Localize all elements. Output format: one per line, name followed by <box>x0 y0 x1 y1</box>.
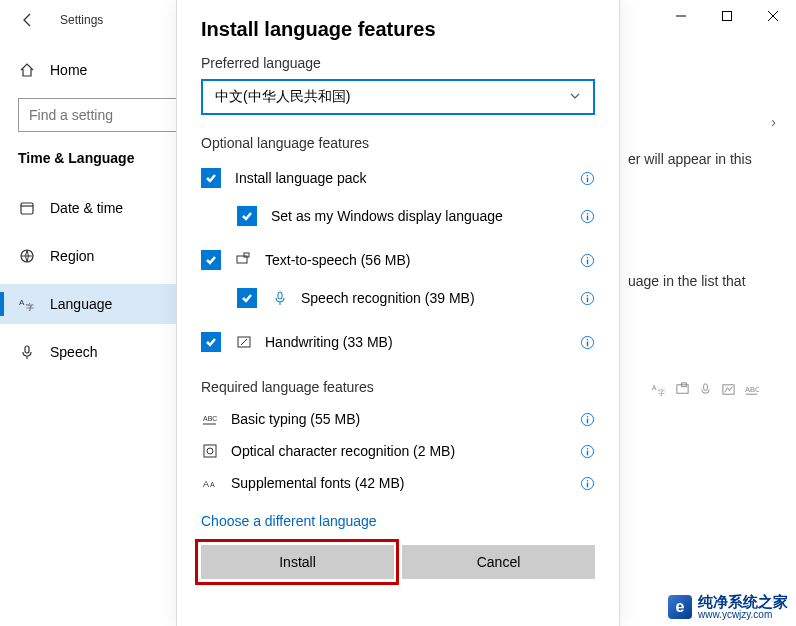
nav-label: Home <box>50 62 87 78</box>
watermark: e 纯净系统之家 www.ycwjzy.com <box>668 594 788 620</box>
backdrop-text: uage in the list that <box>628 272 788 292</box>
maximize-button[interactable] <box>704 0 750 32</box>
checkbox-handwriting[interactable] <box>201 332 221 352</box>
svg-text:ABC: ABC <box>203 415 217 422</box>
svg-rect-12 <box>704 384 708 391</box>
dropdown-value: 中文(中华人民共和国) <box>215 88 350 106</box>
checkbox-speech-recognition[interactable] <box>237 288 257 308</box>
back-button[interactable] <box>16 8 40 32</box>
chevron-down-icon <box>569 89 581 105</box>
svg-rect-26 <box>278 292 282 299</box>
svg-rect-39 <box>204 445 216 457</box>
dialog-title: Install language features <box>201 18 595 41</box>
feature-label: Text-to-speech (56 MB) <box>265 252 411 268</box>
svg-point-24 <box>586 256 588 258</box>
backdrop-text: er will appear in this <box>628 150 788 170</box>
info-icon[interactable] <box>579 290 595 306</box>
cancel-button[interactable]: Cancel <box>402 545 595 579</box>
feature-label: Speech recognition (39 MB) <box>301 290 475 306</box>
required-row-basic-typing: ABC Basic typing (55 MB) <box>201 403 595 435</box>
info-icon[interactable] <box>579 475 595 491</box>
feature-row-handwriting: Handwriting (33 MB) <box>201 323 595 361</box>
watermark-url: www.ycwjzy.com <box>698 609 788 620</box>
feature-label: Install language pack <box>235 170 367 186</box>
required-features-header: Required language features <box>201 379 595 395</box>
language-icon: A字 <box>18 295 36 313</box>
svg-point-40 <box>207 448 213 454</box>
ocr-icon <box>201 442 219 460</box>
checkbox-tts[interactable] <box>201 250 221 270</box>
nav-label: Region <box>50 248 94 264</box>
svg-point-37 <box>586 415 588 417</box>
tts-icon <box>235 251 253 269</box>
svg-text:字: 字 <box>658 389 665 396</box>
svg-rect-1 <box>723 12 732 21</box>
info-icon[interactable] <box>579 208 595 224</box>
clock-icon <box>18 199 36 217</box>
close-button[interactable] <box>750 0 796 32</box>
info-icon[interactable] <box>579 443 595 459</box>
feature-row-language-pack: Install language pack <box>201 159 595 197</box>
required-row-ocr: Optical character recognition (2 MB) <box>201 435 595 467</box>
fonts-icon: AA <box>201 474 219 492</box>
handwriting-icon <box>235 333 253 351</box>
feature-row-speech-recognition: Speech recognition (39 MB) <box>201 279 595 317</box>
backdrop-expand-icon: › <box>771 114 776 130</box>
svg-point-19 <box>586 212 588 214</box>
preferred-language-dropdown[interactable]: 中文(中华人民共和国) <box>201 79 595 115</box>
svg-point-47 <box>586 479 588 481</box>
install-language-dialog: Install language features Preferred lang… <box>176 0 620 626</box>
watermark-name: 纯净系统之家 <box>698 594 788 609</box>
info-icon[interactable] <box>579 334 595 350</box>
svg-point-42 <box>586 447 588 449</box>
nav-label: Speech <box>50 344 97 360</box>
globe-icon <box>18 247 36 265</box>
feature-label: Handwriting (33 MB) <box>265 334 393 350</box>
info-icon[interactable] <box>579 170 595 186</box>
feature-row-display-language: Set as my Windows display language <box>201 197 595 235</box>
info-icon[interactable] <box>579 252 595 268</box>
optional-features-header: Optional language features <box>201 135 595 151</box>
svg-text:A: A <box>203 479 209 489</box>
minimize-button[interactable] <box>658 0 704 32</box>
svg-text:字: 字 <box>26 303 34 312</box>
svg-rect-2 <box>21 203 33 214</box>
feature-icon-strip: A字 ABC <box>652 382 759 397</box>
checkbox-language-pack[interactable] <box>201 168 221 188</box>
home-icon <box>18 61 36 79</box>
nav-label: Language <box>50 296 112 312</box>
svg-rect-7 <box>25 346 29 353</box>
svg-point-16 <box>586 174 588 176</box>
svg-point-28 <box>586 294 588 296</box>
nav-label: Date & time <box>50 200 123 216</box>
required-label: Basic typing (55 MB) <box>231 411 360 427</box>
feature-label: Set as my Windows display language <box>271 208 503 224</box>
svg-text:ABC: ABC <box>745 385 759 394</box>
window-title: Settings <box>60 13 103 27</box>
svg-text:A: A <box>652 384 657 391</box>
checkbox-display-language[interactable] <box>237 206 257 226</box>
microphone-icon <box>18 343 36 361</box>
watermark-logo-icon: e <box>668 595 692 619</box>
preferred-language-label: Preferred language <box>201 55 595 71</box>
info-icon[interactable] <box>579 411 595 427</box>
choose-different-language-link[interactable]: Choose a different language <box>201 513 595 529</box>
svg-text:A: A <box>19 298 25 307</box>
svg-text:A: A <box>210 481 215 488</box>
microphone-icon <box>271 289 289 307</box>
keyboard-icon: ABC <box>201 410 219 428</box>
install-button[interactable]: Install <box>201 545 394 579</box>
feature-row-tts: Text-to-speech (56 MB) <box>201 241 595 279</box>
required-label: Supplemental fonts (42 MB) <box>231 475 405 491</box>
required-row-fonts: AA Supplemental fonts (42 MB) <box>201 467 595 499</box>
required-label: Optical character recognition (2 MB) <box>231 443 455 459</box>
svg-point-32 <box>586 338 588 340</box>
